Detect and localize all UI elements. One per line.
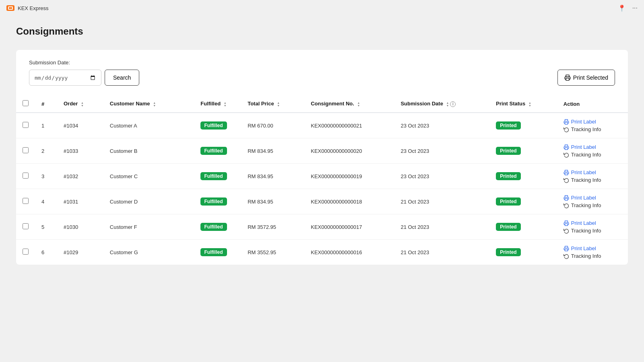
row-checkbox-0[interactable] [23,122,29,128]
tracking-info-link[interactable]: Tracking Info [564,253,621,259]
fulfilled-badge: Fulfilled [200,223,227,231]
row-print-status: Printed [489,164,557,189]
action-cell: Print Label Tracking Info [564,195,621,208]
svg-rect-5 [565,224,568,226]
row-submission-date: 23 Oct 2023 [394,113,489,138]
row-action: Print Label Tracking Info [557,164,628,189]
price-sort-icon[interactable] [277,101,280,107]
header-checkbox-cell [16,95,35,113]
table-body: 1 #1034 Customer A Fulfilled RM 670.00 K… [16,113,628,265]
table-row: 2 #1033 Customer B Fulfilled RM 834.95 K… [16,138,628,164]
consignments-table: # Order Customer Name Fulfilled Total Pr… [16,95,628,265]
print-label-link[interactable]: Print Label [564,119,621,125]
fulfilled-sort-icon[interactable] [224,101,227,107]
date-sort-icon[interactable] [446,101,449,107]
customer-sort-icon[interactable] [153,101,156,107]
row-num: 6 [35,240,57,265]
titlebar: KEX Express 📍 ··· [0,0,644,16]
row-submission-date: 21 Oct 2023 [394,240,489,265]
printed-badge: Printed [496,147,520,155]
printed-badge: Printed [496,197,520,206]
tracking-info-link[interactable]: Tracking Info [564,202,621,208]
history-icon [564,127,569,132]
row-checkbox-cell [16,189,35,214]
row-consignment-no: KEX00000000000021 [304,113,394,138]
tracking-info-link[interactable]: Tracking Info [564,228,621,234]
row-total-price: RM 3572.95 [241,214,304,240]
fulfilled-badge: Fulfilled [200,197,227,206]
row-order: #1033 [57,138,103,164]
header-order: Order [57,95,103,113]
row-total-price: RM 3552.95 [241,240,304,265]
fulfilled-badge: Fulfilled [200,121,227,130]
tracking-info-link[interactable]: Tracking Info [564,126,621,132]
row-num: 4 [35,189,57,214]
header-print-status: Print Status [489,95,557,113]
tracking-info-link[interactable]: Tracking Info [564,152,621,158]
row-fulfilled: Fulfilled [186,138,241,164]
row-checkbox-1[interactable] [23,147,29,153]
row-consignment-no: KEX00000000000017 [304,214,394,240]
history-icon [564,228,569,234]
row-checkbox-cell [16,214,35,240]
row-fulfilled: Fulfilled [186,214,241,240]
svg-rect-3 [565,173,568,175]
submission-date-info-icon: i [450,101,456,107]
print-label-link[interactable]: Print Label [564,144,621,150]
action-cell: Print Label Tracking Info [564,119,621,132]
row-checkbox-3[interactable] [23,198,29,204]
page-title: Consignments [16,26,628,37]
row-print-status: Printed [489,214,557,240]
row-consignment-no: KEX00000000000020 [304,138,394,164]
history-icon [564,177,569,183]
history-icon [564,253,569,259]
action-cell: Print Label Tracking Info [564,245,621,259]
row-checkbox-5[interactable] [23,249,29,255]
row-checkbox-4[interactable] [23,223,29,229]
order-sort-icon[interactable] [81,101,84,107]
filter-section: Submission Date: Search Print Selected [16,50,628,95]
row-fulfilled: Fulfilled [186,189,241,214]
print-label-link[interactable]: Print Label [564,245,621,251]
fulfilled-badge: Fulfilled [200,147,227,155]
row-fulfilled: Fulfilled [186,113,241,138]
row-checkbox-cell [16,138,35,164]
print-label-link[interactable]: Print Label [564,169,621,175]
row-num: 3 [35,164,57,189]
printer-small-icon [564,246,569,251]
row-order: #1034 [57,113,103,138]
notification-icon[interactable]: 📍 [618,4,626,12]
fulfilled-badge: Fulfilled [200,248,227,256]
titlebar-left: KEX Express [6,5,49,11]
print-selected-button[interactable]: Print Selected [557,70,615,86]
table-row: 6 #1029 Customer G Fulfilled RM 3552.95 … [16,240,628,265]
select-all-checkbox[interactable] [23,100,29,106]
print-label-link[interactable]: Print Label [564,220,621,226]
print-label-link[interactable]: Print Label [564,195,621,201]
row-checkbox-cell [16,240,35,265]
table-row: 3 #1032 Customer C Fulfilled RM 834.95 K… [16,164,628,189]
print-status-sort-icon[interactable] [528,101,531,107]
row-action: Print Label Tracking Info [557,240,628,265]
row-submission-date: 21 Oct 2023 [394,214,489,240]
more-icon[interactable]: ··· [632,4,638,12]
row-checkbox-2[interactable] [23,173,29,179]
consignment-sort-icon[interactable] [357,101,360,107]
row-customer-name: Customer F [103,214,186,240]
row-total-price: RM 670.00 [241,113,304,138]
date-input[interactable] [29,70,101,86]
row-checkbox-cell [16,113,35,138]
row-consignment-no: KEX00000000000016 [304,240,394,265]
app-title: KEX Express [18,5,49,11]
row-customer-name: Customer D [103,189,186,214]
printer-small-icon [564,195,569,201]
row-customer-name: Customer B [103,138,186,164]
search-button[interactable]: Search [105,70,139,86]
tracking-info-link[interactable]: Tracking Info [564,177,621,183]
header-consignment-no: Consignment No. [304,95,394,113]
row-submission-date: 23 Oct 2023 [394,138,489,164]
main-content: Consignments Submission Date: Search Pri… [0,16,644,274]
row-action: Print Label Tracking Info [557,138,628,164]
printer-small-icon [564,220,569,226]
printed-badge: Printed [496,121,520,130]
